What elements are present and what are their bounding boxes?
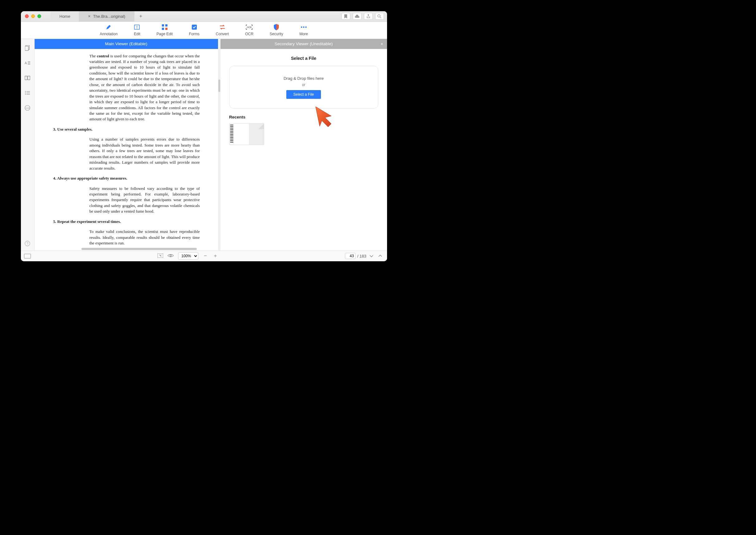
toolbar-security[interactable]: Security: [270, 24, 283, 39]
svg-point-10: [301, 26, 302, 27]
svg-rect-4: [162, 24, 164, 26]
toolbar-forms[interactable]: Forms: [189, 24, 200, 39]
toolbar-annotation[interactable]: Annotation: [100, 24, 118, 39]
main-viewer-body[interactable]: The control is used for comparing the ch…: [35, 49, 218, 251]
zoom-select[interactable]: 100%: [178, 252, 198, 260]
svg-rect-7: [165, 28, 167, 30]
titlebar-actions: [341, 13, 387, 20]
svg-point-21: [25, 92, 26, 93]
view-mode-icon[interactable]: [24, 254, 31, 259]
add-tab-button[interactable]: +: [134, 11, 147, 21]
page-total-label: / 183: [358, 254, 366, 259]
svg-text:A: A: [25, 61, 27, 65]
tab-home-label: Home: [60, 14, 71, 19]
select-file-heading: Select a File: [229, 56, 378, 61]
doc-paragraph: Safety measures to be followed vary acco…: [90, 186, 200, 214]
zoom-out-button[interactable]: −: [203, 253, 208, 259]
eye-icon[interactable]: [167, 254, 174, 259]
sidebar-help-icon[interactable]: ?: [24, 240, 31, 247]
close-window-button[interactable]: [25, 14, 29, 18]
svg-text:OCR: OCR: [26, 107, 29, 109]
secondary-viewer-title: Secondary Viewer (Uneditable): [275, 42, 333, 46]
toolbar-more-label: More: [300, 32, 308, 36]
page-down-icon[interactable]: [368, 254, 375, 259]
panel-divider[interactable]: [218, 39, 220, 251]
sidebar-list-icon[interactable]: [24, 90, 31, 96]
sidebar-ocr-icon[interactable]: OCR: [24, 104, 31, 111]
svg-text:OCR: OCR: [247, 26, 252, 28]
svg-rect-5: [165, 24, 167, 26]
svg-point-19: [25, 91, 26, 92]
svg-point-0: [378, 14, 380, 17]
secondary-viewer-panel: Secondary Viewer (Uneditable) × Select a…: [220, 39, 387, 251]
tab-bar: Home × The.Bra...original) +: [51, 11, 148, 21]
doc-paragraph: Using a number of samples prevents error…: [90, 137, 200, 171]
traffic-lights: [21, 14, 45, 18]
svg-rect-6: [162, 28, 164, 30]
select-file-button[interactable]: Select a File: [286, 90, 321, 99]
svg-rect-8: [192, 25, 197, 30]
text-edit-icon: T: [134, 24, 140, 31]
tab-document[interactable]: × The.Bra...original): [79, 11, 134, 21]
secondary-viewer-body: Select a File Drag & Drop files here or …: [220, 49, 387, 251]
bookmark-icon[interactable]: [341, 13, 350, 20]
tab-document-label: The.Bra...original): [93, 14, 125, 19]
doc-paragraph: The control is used for comparing the ch…: [90, 53, 200, 122]
more-icon: [301, 24, 307, 31]
file-select-area: Select a File Drag & Drop files here or …: [220, 49, 387, 152]
minimize-window-button[interactable]: [31, 14, 35, 18]
toolbar-annotation-label: Annotation: [100, 32, 118, 36]
shield-icon: [274, 24, 279, 31]
checkbox-icon: [191, 24, 197, 31]
tab-home[interactable]: Home: [51, 11, 79, 21]
sidebar-pages-icon[interactable]: [24, 44, 31, 51]
toolbar-edit-label: Edit: [134, 32, 140, 36]
secondary-viewer-header: Secondary Viewer (Uneditable) ×: [220, 39, 387, 49]
or-text: or: [237, 83, 370, 87]
ocr-icon: OCR: [246, 24, 253, 31]
toolbar-page-edit[interactable]: Page Edit: [157, 24, 173, 39]
svg-text:?: ?: [26, 241, 28, 245]
fit-icon[interactable]: [158, 253, 163, 259]
statusbar: 100% − + / 183: [21, 251, 387, 261]
page-number-input[interactable]: [345, 253, 356, 259]
grid-icon: [162, 24, 167, 31]
page-up-icon[interactable]: [377, 254, 384, 259]
horizontal-scrollbar[interactable]: [81, 248, 197, 250]
statusbar-right: / 183: [345, 253, 384, 259]
main-viewer-title: Main Viewer (Editable): [105, 42, 148, 46]
svg-text:T: T: [136, 25, 138, 29]
app-window: Home × The.Bra...original) +: [21, 11, 387, 261]
close-panel-icon[interactable]: ×: [381, 42, 383, 46]
zoom-in-button[interactable]: +: [213, 253, 218, 259]
toolbar-security-label: Security: [270, 32, 283, 36]
left-sidebar: A OCR ?: [21, 39, 35, 251]
toolbar-ocr[interactable]: OCR OCR: [245, 24, 253, 39]
main-viewer-panel: Main Viewer (Editable) The control is us…: [35, 39, 218, 251]
search-icon[interactable]: [375, 13, 384, 20]
svg-point-12: [305, 26, 306, 27]
svg-point-11: [303, 26, 304, 27]
toolbar-ocr-label: OCR: [245, 32, 253, 36]
svg-point-30: [170, 255, 171, 256]
pen-icon: [105, 24, 112, 31]
toolbar-convert[interactable]: Convert: [216, 24, 229, 39]
close-tab-icon[interactable]: ×: [88, 14, 90, 19]
share-icon[interactable]: [364, 13, 373, 20]
sidebar-book-icon[interactable]: [24, 74, 31, 81]
doc-paragraph: To make valid conclusions, the scientist…: [90, 229, 200, 246]
toolbar-forms-label: Forms: [189, 32, 200, 36]
drop-zone[interactable]: Drag & Drop files here or Select a File: [229, 66, 378, 108]
cloud-icon[interactable]: [353, 13, 362, 20]
maximize-window-button[interactable]: [38, 14, 41, 18]
toolbar-edit[interactable]: T Edit: [134, 24, 140, 39]
svg-point-23: [25, 94, 26, 95]
recent-file-thumbnail[interactable]: [229, 123, 264, 145]
main-area: A OCR ? Main Viewer (Editable): [21, 39, 387, 251]
recents-heading: Recents: [229, 115, 378, 119]
toolbar-convert-label: Convert: [216, 32, 229, 36]
svg-line-1: [380, 17, 381, 18]
svg-rect-14: [25, 46, 28, 50]
toolbar-more[interactable]: More: [300, 24, 308, 39]
sidebar-text-icon[interactable]: A: [24, 60, 31, 67]
